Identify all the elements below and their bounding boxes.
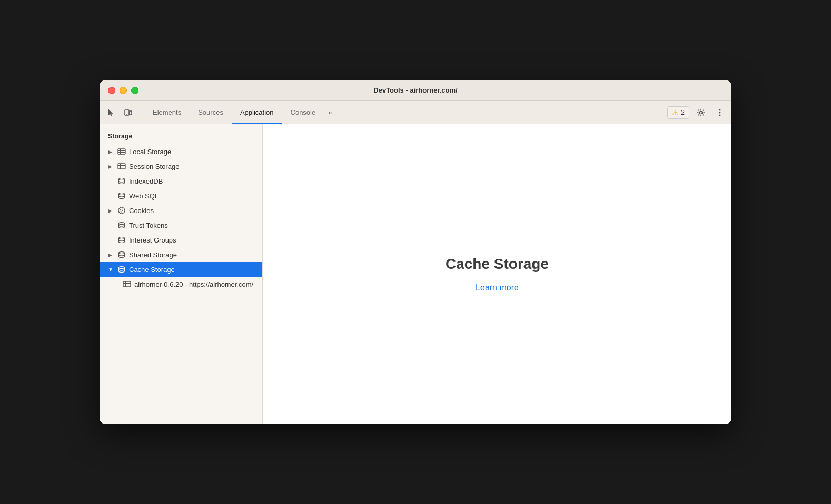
title-bar: DevTools - airhorner.com/ [100, 80, 731, 101]
table-icon [117, 162, 126, 170]
svg-point-22 [120, 211, 121, 212]
svg-point-23 [122, 210, 123, 211]
svg-point-25 [119, 223, 125, 225]
tab-sources[interactable]: Sources [190, 101, 232, 124]
db-icon [117, 177, 126, 185]
sidebar-section-storage: Storage [100, 130, 262, 144]
cache-entry-label: airhorner-0.6.20 - https://airhorner.com… [134, 280, 253, 288]
db-icon [117, 265, 126, 274]
warning-badge[interactable]: ⚠ 2 [667, 106, 689, 119]
tab-application[interactable]: Application [232, 101, 282, 124]
svg-point-26 [119, 237, 125, 239]
sidebar-item-cookies[interactable]: ▶ Cookies [100, 203, 262, 218]
svg-point-6 [719, 114, 721, 116]
main-content: Storage ▶ Local Storage ▶ [100, 124, 731, 424]
sidebar-item-interest-groups[interactable]: Interest Groups [100, 233, 262, 247]
table-icon [117, 147, 126, 156]
svg-point-27 [119, 252, 125, 254]
main-panel: Cache Storage Learn more [263, 124, 731, 424]
local-storage-label: Local Storage [129, 148, 171, 156]
svg-point-3 [700, 111, 703, 114]
chevron-right-icon: ▶ [108, 149, 114, 155]
svg-point-24 [121, 211, 121, 212]
close-button[interactable] [108, 87, 115, 94]
minimize-button[interactable] [120, 87, 127, 94]
more-options-button[interactable] [713, 105, 727, 120]
svg-rect-1 [130, 111, 132, 115]
svg-point-21 [122, 209, 123, 210]
svg-rect-29 [123, 281, 131, 287]
device-icon[interactable] [121, 105, 135, 120]
cache-storage-label: Cache Storage [129, 266, 175, 274]
svg-point-4 [719, 109, 721, 110]
tab-console[interactable]: Console [282, 101, 324, 124]
window-title: DevTools - airhorner.com/ [373, 86, 457, 94]
indexeddb-label: IndexedDB [129, 177, 163, 185]
more-tabs[interactable]: » [324, 108, 336, 116]
cookies-label: Cookies [129, 207, 154, 215]
traffic-lights [108, 87, 138, 94]
sidebar-item-websql[interactable]: Web SQL [100, 188, 262, 203]
warning-icon: ⚠ [672, 108, 679, 117]
db-icon [117, 221, 126, 229]
interest-groups-label: Interest Groups [129, 236, 176, 244]
cursor-icon[interactable] [104, 105, 118, 120]
settings-button[interactable] [694, 105, 708, 120]
devtools-window: DevTools - airhorner.com/ Elements Sourc… [100, 80, 731, 424]
maximize-button[interactable] [131, 87, 138, 94]
sidebar-item-cache-storage[interactable]: ▼ Cache Storage [100, 262, 262, 277]
sidebar-item-local-storage[interactable]: ▶ Local Storage [100, 144, 262, 159]
svg-rect-12 [118, 164, 125, 169]
chevron-down-icon: ▼ [108, 267, 114, 273]
chevron-right-icon: ▶ [108, 252, 114, 258]
toolbar-icons [104, 105, 142, 120]
learn-more-link[interactable]: Learn more [476, 283, 519, 293]
svg-point-5 [719, 112, 721, 113]
cookie-icon [117, 206, 126, 215]
sidebar-item-cache-entry[interactable]: airhorner-0.6.20 - https://airhorner.com… [100, 277, 262, 291]
sidebar-item-shared-storage[interactable]: ▶ Shared Storage [100, 247, 262, 262]
tab-elements[interactable]: Elements [144, 101, 190, 124]
chevron-right-icon: ▶ [108, 208, 114, 214]
svg-point-28 [119, 267, 125, 269]
chevron-right-icon: ▶ [108, 164, 114, 169]
toolbar: Elements Sources Application Console » ⚠… [100, 101, 731, 124]
trust-tokens-label: Trust Tokens [129, 221, 168, 229]
toolbar-right: ⚠ 2 [667, 105, 727, 120]
sidebar-item-indexeddb[interactable]: IndexedDB [100, 174, 262, 188]
db-icon [117, 250, 126, 259]
svg-point-18 [119, 193, 125, 195]
svg-point-2 [126, 114, 127, 114]
svg-point-20 [120, 209, 121, 210]
session-storage-label: Session Storage [129, 163, 179, 170]
svg-point-19 [118, 207, 125, 214]
table-icon [123, 280, 131, 288]
sidebar: Storage ▶ Local Storage ▶ [100, 124, 263, 424]
svg-rect-7 [118, 149, 125, 154]
panel-title: Cache Storage [446, 256, 549, 273]
sidebar-item-session-storage[interactable]: ▶ Session Storage [100, 159, 262, 174]
websql-label: Web SQL [129, 192, 159, 200]
sidebar-item-trust-tokens[interactable]: Trust Tokens [100, 218, 262, 233]
warning-count: 2 [681, 109, 685, 116]
db-icon [117, 236, 126, 244]
db-icon [117, 191, 126, 200]
svg-point-17 [119, 178, 125, 180]
shared-storage-label: Shared Storage [129, 251, 177, 259]
